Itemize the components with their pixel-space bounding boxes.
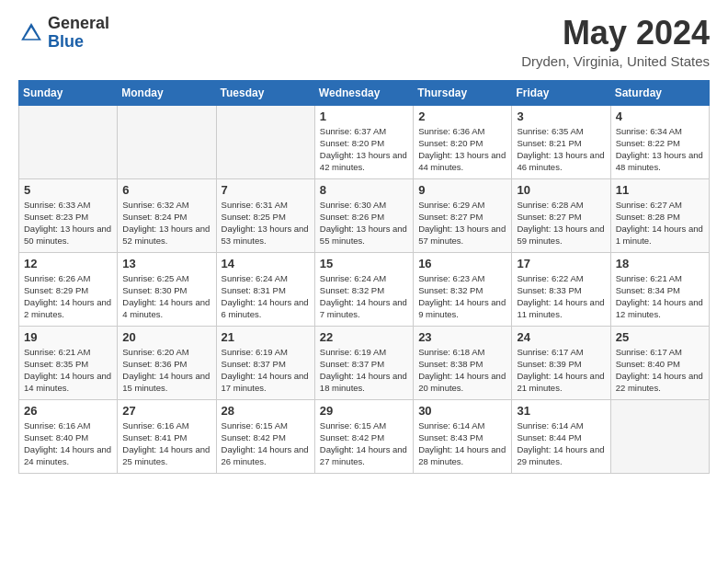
calendar-cell: 28Sunrise: 6:15 AMSunset: 8:42 PMDayligh… bbox=[216, 399, 314, 473]
day-info: Sunrise: 6:16 AMSunset: 8:41 PMDaylight:… bbox=[122, 419, 210, 468]
day-info: Sunrise: 6:21 AMSunset: 8:34 PMDaylight:… bbox=[616, 272, 704, 321]
day-number: 30 bbox=[418, 404, 506, 418]
calendar-week-row: 26Sunrise: 6:16 AMSunset: 8:40 PMDayligh… bbox=[19, 399, 710, 473]
calendar-cell: 19Sunrise: 6:21 AMSunset: 8:35 PMDayligh… bbox=[19, 326, 118, 399]
logo: General Blue bbox=[18, 15, 109, 52]
calendar-week-row: 12Sunrise: 6:26 AMSunset: 8:29 PMDayligh… bbox=[19, 252, 710, 326]
calendar-cell: 29Sunrise: 6:15 AMSunset: 8:42 PMDayligh… bbox=[314, 399, 413, 473]
day-info: Sunrise: 6:33 AMSunset: 8:23 PMDaylight:… bbox=[24, 199, 112, 247]
day-info: Sunrise: 6:27 AMSunset: 8:28 PMDaylight:… bbox=[616, 199, 704, 247]
calendar-week-row: 1Sunrise: 6:37 AMSunset: 8:20 PMDaylight… bbox=[19, 105, 710, 178]
calendar-cell: 31Sunrise: 6:14 AMSunset: 8:44 PMDayligh… bbox=[512, 399, 610, 473]
calendar-cell bbox=[118, 105, 216, 178]
day-number: 25 bbox=[616, 330, 704, 344]
day-info: Sunrise: 6:26 AMSunset: 8:29 PMDaylight:… bbox=[24, 272, 112, 321]
day-info: Sunrise: 6:29 AMSunset: 8:27 PMDaylight:… bbox=[418, 199, 506, 247]
calendar-cell: 26Sunrise: 6:16 AMSunset: 8:40 PMDayligh… bbox=[19, 399, 118, 473]
calendar-cell: 24Sunrise: 6:17 AMSunset: 8:39 PMDayligh… bbox=[512, 326, 610, 399]
day-info: Sunrise: 6:14 AMSunset: 8:44 PMDaylight:… bbox=[517, 419, 605, 468]
col-header-tuesday: Tuesday bbox=[216, 80, 314, 105]
day-number: 20 bbox=[122, 330, 210, 344]
day-number: 4 bbox=[616, 109, 704, 123]
day-info: Sunrise: 6:17 AMSunset: 8:39 PMDaylight:… bbox=[517, 346, 605, 395]
col-header-sunday: Sunday bbox=[19, 80, 118, 105]
calendar-cell: 22Sunrise: 6:19 AMSunset: 8:37 PMDayligh… bbox=[314, 326, 413, 399]
day-info: Sunrise: 6:22 AMSunset: 8:33 PMDaylight:… bbox=[517, 272, 605, 321]
day-number: 2 bbox=[418, 109, 506, 123]
calendar-cell: 1Sunrise: 6:37 AMSunset: 8:20 PMDaylight… bbox=[314, 105, 413, 178]
day-info: Sunrise: 6:19 AMSunset: 8:37 PMDaylight:… bbox=[320, 346, 408, 395]
day-info: Sunrise: 6:36 AMSunset: 8:20 PMDaylight:… bbox=[418, 125, 506, 174]
day-number: 1 bbox=[320, 109, 408, 123]
day-info: Sunrise: 6:24 AMSunset: 8:32 PMDaylight:… bbox=[320, 272, 408, 321]
day-info: Sunrise: 6:15 AMSunset: 8:42 PMDaylight:… bbox=[222, 419, 310, 468]
day-number: 24 bbox=[517, 330, 605, 344]
day-number: 11 bbox=[616, 183, 704, 197]
day-number: 9 bbox=[418, 183, 506, 197]
calendar-cell bbox=[610, 399, 709, 473]
day-number: 15 bbox=[320, 257, 408, 270]
calendar-cell: 10Sunrise: 6:28 AMSunset: 8:27 PMDayligh… bbox=[512, 178, 610, 252]
calendar-cell: 8Sunrise: 6:30 AMSunset: 8:26 PMDaylight… bbox=[314, 178, 413, 252]
calendar-cell: 27Sunrise: 6:16 AMSunset: 8:41 PMDayligh… bbox=[118, 399, 216, 473]
day-info: Sunrise: 6:15 AMSunset: 8:42 PMDaylight:… bbox=[320, 419, 408, 468]
calendar-cell: 6Sunrise: 6:32 AMSunset: 8:24 PMDaylight… bbox=[118, 178, 216, 252]
calendar-cell: 4Sunrise: 6:34 AMSunset: 8:22 PMDaylight… bbox=[610, 105, 709, 178]
day-info: Sunrise: 6:32 AMSunset: 8:24 PMDaylight:… bbox=[122, 199, 210, 247]
day-info: Sunrise: 6:35 AMSunset: 8:21 PMDaylight:… bbox=[517, 125, 605, 174]
day-info: Sunrise: 6:25 AMSunset: 8:30 PMDaylight:… bbox=[122, 272, 210, 321]
calendar-cell: 2Sunrise: 6:36 AMSunset: 8:20 PMDaylight… bbox=[414, 105, 512, 178]
day-number: 19 bbox=[24, 330, 112, 344]
day-info: Sunrise: 6:20 AMSunset: 8:36 PMDaylight:… bbox=[122, 346, 210, 395]
day-number: 22 bbox=[320, 330, 408, 344]
calendar-cell: 14Sunrise: 6:24 AMSunset: 8:31 PMDayligh… bbox=[216, 252, 314, 326]
day-number: 21 bbox=[222, 330, 310, 344]
calendar-cell: 12Sunrise: 6:26 AMSunset: 8:29 PMDayligh… bbox=[19, 252, 118, 326]
calendar-table: SundayMondayTuesdayWednesdayThursdayFrid… bbox=[18, 80, 710, 474]
col-header-monday: Monday bbox=[118, 80, 216, 105]
day-number: 7 bbox=[222, 183, 310, 197]
calendar-cell bbox=[216, 105, 314, 178]
col-header-wednesday: Wednesday bbox=[314, 80, 413, 105]
day-number: 18 bbox=[616, 257, 704, 270]
day-number: 31 bbox=[517, 404, 605, 418]
calendar-cell: 16Sunrise: 6:23 AMSunset: 8:32 PMDayligh… bbox=[414, 252, 512, 326]
day-number: 27 bbox=[122, 404, 210, 418]
day-number: 29 bbox=[320, 404, 408, 418]
calendar-cell: 9Sunrise: 6:29 AMSunset: 8:27 PMDaylight… bbox=[414, 178, 512, 252]
col-header-friday: Friday bbox=[512, 80, 610, 105]
day-number: 14 bbox=[222, 257, 310, 270]
day-number: 12 bbox=[24, 257, 112, 270]
calendar-cell: 3Sunrise: 6:35 AMSunset: 8:21 PMDaylight… bbox=[512, 105, 610, 178]
calendar-week-row: 19Sunrise: 6:21 AMSunset: 8:35 PMDayligh… bbox=[19, 326, 710, 399]
day-info: Sunrise: 6:19 AMSunset: 8:37 PMDaylight:… bbox=[222, 346, 310, 395]
day-number: 16 bbox=[418, 257, 506, 270]
day-number: 17 bbox=[517, 257, 605, 270]
location-text: Dryden, Virginia, United States bbox=[521, 53, 710, 69]
day-info: Sunrise: 6:37 AMSunset: 8:20 PMDaylight:… bbox=[320, 125, 408, 174]
col-header-saturday: Saturday bbox=[610, 80, 709, 105]
calendar-week-row: 5Sunrise: 6:33 AMSunset: 8:23 PMDaylight… bbox=[19, 178, 710, 252]
day-number: 5 bbox=[24, 183, 112, 197]
day-info: Sunrise: 6:28 AMSunset: 8:27 PMDaylight:… bbox=[517, 199, 605, 247]
logo-icon bbox=[18, 20, 44, 46]
day-info: Sunrise: 6:23 AMSunset: 8:32 PMDaylight:… bbox=[418, 272, 506, 321]
day-number: 13 bbox=[122, 257, 210, 270]
day-number: 28 bbox=[222, 404, 310, 418]
calendar-cell: 11Sunrise: 6:27 AMSunset: 8:28 PMDayligh… bbox=[610, 178, 709, 252]
calendar-cell: 5Sunrise: 6:33 AMSunset: 8:23 PMDaylight… bbox=[19, 178, 118, 252]
day-info: Sunrise: 6:21 AMSunset: 8:35 PMDaylight:… bbox=[24, 346, 112, 395]
month-title: May 2024 bbox=[521, 15, 710, 52]
day-info: Sunrise: 6:31 AMSunset: 8:25 PMDaylight:… bbox=[222, 199, 310, 247]
calendar-cell: 15Sunrise: 6:24 AMSunset: 8:32 PMDayligh… bbox=[314, 252, 413, 326]
day-number: 3 bbox=[517, 109, 605, 123]
calendar-header-row: SundayMondayTuesdayWednesdayThursdayFrid… bbox=[19, 80, 710, 105]
calendar-cell: 23Sunrise: 6:18 AMSunset: 8:38 PMDayligh… bbox=[414, 326, 512, 399]
calendar-cell: 25Sunrise: 6:17 AMSunset: 8:40 PMDayligh… bbox=[610, 326, 709, 399]
day-info: Sunrise: 6:24 AMSunset: 8:31 PMDaylight:… bbox=[222, 272, 310, 321]
day-info: Sunrise: 6:16 AMSunset: 8:40 PMDaylight:… bbox=[24, 419, 112, 468]
day-info: Sunrise: 6:14 AMSunset: 8:43 PMDaylight:… bbox=[418, 419, 506, 468]
day-info: Sunrise: 6:30 AMSunset: 8:26 PMDaylight:… bbox=[320, 199, 408, 247]
calendar-cell: 20Sunrise: 6:20 AMSunset: 8:36 PMDayligh… bbox=[118, 326, 216, 399]
day-number: 6 bbox=[122, 183, 210, 197]
